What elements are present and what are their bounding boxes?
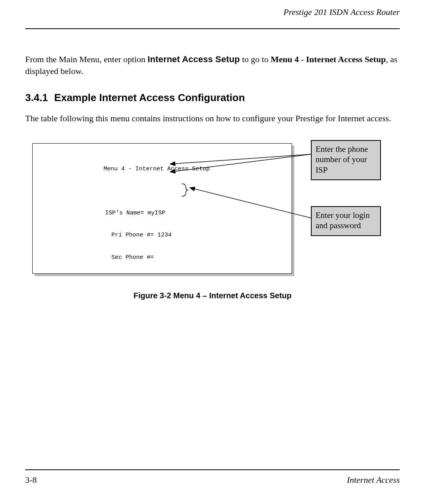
terminal-title: Menu 4 - Internet Access Setup: [33, 166, 292, 173]
section-heading: 3.4.1Example Internet Access Configurati…: [25, 92, 400, 104]
running-header: Prestige 201 ISDN Access Router: [25, 7, 400, 17]
sec-phone-label: Sec Phone #=: [111, 254, 154, 261]
figure: Menu 4 - Internet Access Setup ISP's Nam…: [32, 143, 379, 285]
page: Prestige 201 ISDN Access Router From the…: [0, 0, 425, 504]
terminal-window: Menu 4 - Internet Access Setup ISP's Nam…: [32, 143, 292, 274]
isp-name-line: ISP's Name= myISP: [33, 210, 292, 217]
intro-prefix: From the Main Menu, enter option: [25, 54, 148, 64]
intro-mid: to go to: [240, 54, 270, 64]
body-paragraph: The table following this menu contains i…: [25, 113, 400, 124]
footer-rule: [25, 469, 400, 470]
footer-section: Internet Access: [347, 475, 400, 485]
isp-name-value: myISP: [148, 210, 165, 216]
footer: 3-8 Internet Access: [25, 475, 400, 485]
page-number: 3-8: [25, 475, 37, 485]
pri-phone-label: Pri Phone #=: [111, 232, 157, 238]
intro-bold-2: Menu 4 - Internet Access Setup: [271, 54, 386, 64]
sec-phone-line: Sec Phone #=: [33, 254, 292, 262]
pri-phone-line: Pri Phone #= 1234: [33, 232, 292, 239]
section-title: Example Internet Access Configuration: [54, 92, 245, 103]
intro-bold-1: Internet Access Setup: [148, 54, 240, 64]
section-number: 3.4.1: [25, 92, 48, 103]
blank-line: [33, 188, 292, 195]
header-rule: [25, 28, 400, 29]
callout-phone: Enter the phone number of your ISP: [311, 140, 381, 180]
callout-login: Enter your login and password: [311, 206, 381, 236]
isp-name-label: ISP's Name=: [105, 210, 148, 216]
intro-paragraph: From the Main Menu, enter option Interne…: [25, 54, 400, 77]
figure-caption: Figure 3-2 Menu 4 – Internet Access Setu…: [25, 291, 400, 300]
pri-phone-value: 1234: [157, 232, 172, 238]
